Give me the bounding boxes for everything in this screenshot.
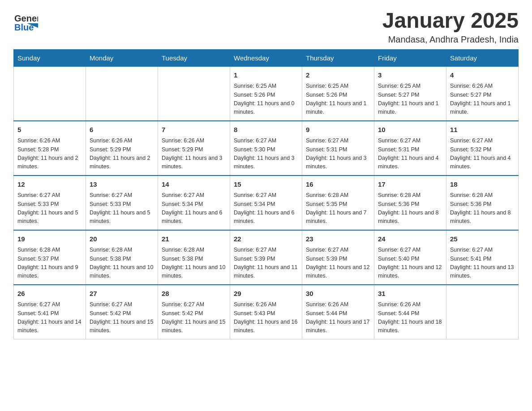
day-number: 19 bbox=[17, 234, 82, 244]
day-number: 3 bbox=[378, 70, 442, 81]
day-info: Sunrise: 6:26 AM Sunset: 5:44 PM Dayligh… bbox=[306, 300, 370, 335]
day-info: Sunrise: 6:27 AM Sunset: 5:31 PM Dayligh… bbox=[306, 137, 370, 171]
day-number: 16 bbox=[306, 180, 370, 190]
day-info: Sunrise: 6:27 AM Sunset: 5:32 PM Dayligh… bbox=[450, 137, 515, 171]
calendar-cell: 28Sunrise: 6:27 AM Sunset: 5:42 PM Dayli… bbox=[158, 285, 230, 339]
day-info: Sunrise: 6:27 AM Sunset: 5:41 PM Dayligh… bbox=[450, 246, 515, 281]
day-number: 28 bbox=[162, 289, 226, 299]
day-number: 23 bbox=[306, 234, 370, 244]
day-header-wednesday: Wednesday bbox=[230, 49, 302, 66]
day-info: Sunrise: 6:27 AM Sunset: 5:41 PM Dayligh… bbox=[17, 300, 82, 335]
day-info: Sunrise: 6:27 AM Sunset: 5:33 PM Dayligh… bbox=[17, 191, 82, 226]
day-info: Sunrise: 6:26 AM Sunset: 5:43 PM Dayligh… bbox=[234, 300, 298, 335]
day-info: Sunrise: 6:26 AM Sunset: 5:28 PM Dayligh… bbox=[17, 137, 82, 171]
calendar-cell: 15Sunrise: 6:27 AM Sunset: 5:34 PM Dayli… bbox=[230, 176, 302, 230]
day-info: Sunrise: 6:25 AM Sunset: 5:26 PM Dayligh… bbox=[306, 82, 370, 117]
day-number: 17 bbox=[378, 180, 442, 190]
calendar-cell: 23Sunrise: 6:27 AM Sunset: 5:39 PM Dayli… bbox=[302, 230, 374, 285]
header-row: SundayMondayTuesdayWednesdayThursdayFrid… bbox=[14, 49, 519, 66]
day-info: Sunrise: 6:26 AM Sunset: 5:29 PM Dayligh… bbox=[90, 137, 154, 171]
day-header-thursday: Thursday bbox=[302, 49, 374, 66]
calendar-cell: 31Sunrise: 6:26 AM Sunset: 5:44 PM Dayli… bbox=[374, 285, 446, 339]
day-number: 8 bbox=[234, 125, 298, 135]
day-info: Sunrise: 6:28 AM Sunset: 5:35 PM Dayligh… bbox=[306, 191, 370, 226]
calendar-cell: 18Sunrise: 6:28 AM Sunset: 5:36 PM Dayli… bbox=[446, 176, 519, 230]
day-number: 29 bbox=[234, 289, 298, 299]
day-header-friday: Friday bbox=[374, 49, 446, 66]
calendar-cell: 27Sunrise: 6:27 AM Sunset: 5:42 PM Dayli… bbox=[86, 285, 158, 339]
day-info: Sunrise: 6:28 AM Sunset: 5:38 PM Dayligh… bbox=[90, 246, 154, 281]
day-info: Sunrise: 6:25 AM Sunset: 5:27 PM Dayligh… bbox=[378, 82, 442, 117]
calendar-cell: 3Sunrise: 6:25 AM Sunset: 5:27 PM Daylig… bbox=[374, 66, 446, 121]
day-info: Sunrise: 6:27 AM Sunset: 5:42 PM Dayligh… bbox=[162, 300, 226, 335]
day-number: 10 bbox=[378, 125, 442, 135]
day-info: Sunrise: 6:27 AM Sunset: 5:31 PM Dayligh… bbox=[378, 137, 442, 171]
calendar-cell: 9Sunrise: 6:27 AM Sunset: 5:31 PM Daylig… bbox=[302, 121, 374, 176]
day-number: 5 bbox=[17, 125, 82, 135]
day-number: 30 bbox=[306, 289, 370, 299]
day-number: 11 bbox=[450, 125, 515, 135]
day-info: Sunrise: 6:26 AM Sunset: 5:29 PM Dayligh… bbox=[162, 137, 226, 171]
calendar-cell: 6Sunrise: 6:26 AM Sunset: 5:29 PM Daylig… bbox=[86, 121, 158, 176]
calendar-cell: 25Sunrise: 6:27 AM Sunset: 5:41 PM Dayli… bbox=[446, 230, 519, 285]
week-row-4: 19Sunrise: 6:28 AM Sunset: 5:37 PM Dayli… bbox=[14, 230, 519, 285]
day-number: 7 bbox=[162, 125, 226, 135]
calendar-cell: 21Sunrise: 6:28 AM Sunset: 5:38 PM Dayli… bbox=[158, 230, 230, 285]
day-header-saturday: Saturday bbox=[446, 49, 519, 66]
week-row-3: 12Sunrise: 6:27 AM Sunset: 5:33 PM Dayli… bbox=[14, 176, 519, 230]
day-number: 26 bbox=[17, 289, 82, 299]
calendar-cell: 20Sunrise: 6:28 AM Sunset: 5:38 PM Dayli… bbox=[86, 230, 158, 285]
day-info: Sunrise: 6:28 AM Sunset: 5:38 PM Dayligh… bbox=[162, 246, 226, 281]
day-info: Sunrise: 6:27 AM Sunset: 5:39 PM Dayligh… bbox=[234, 246, 298, 281]
calendar-cell: 8Sunrise: 6:27 AM Sunset: 5:30 PM Daylig… bbox=[230, 121, 302, 176]
day-number: 20 bbox=[90, 234, 154, 244]
day-number: 4 bbox=[450, 70, 515, 81]
calendar-cell: 1Sunrise: 6:25 AM Sunset: 5:26 PM Daylig… bbox=[230, 66, 302, 121]
day-number: 14 bbox=[162, 180, 226, 190]
day-number: 18 bbox=[450, 180, 515, 190]
day-info: Sunrise: 6:27 AM Sunset: 5:40 PM Dayligh… bbox=[378, 246, 442, 281]
day-info: Sunrise: 6:25 AM Sunset: 5:26 PM Dayligh… bbox=[234, 82, 298, 117]
day-info: Sunrise: 6:28 AM Sunset: 5:37 PM Dayligh… bbox=[17, 246, 82, 281]
calendar-cell bbox=[86, 66, 158, 121]
calendar-cell: 11Sunrise: 6:27 AM Sunset: 5:32 PM Dayli… bbox=[446, 121, 519, 176]
day-number: 22 bbox=[234, 234, 298, 244]
week-row-1: 1Sunrise: 6:25 AM Sunset: 5:26 PM Daylig… bbox=[14, 66, 519, 121]
day-info: Sunrise: 6:27 AM Sunset: 5:39 PM Dayligh… bbox=[306, 246, 370, 281]
calendar-cell: 24Sunrise: 6:27 AM Sunset: 5:40 PM Dayli… bbox=[374, 230, 446, 285]
day-number: 31 bbox=[378, 289, 442, 299]
day-number: 12 bbox=[17, 180, 82, 190]
day-number: 9 bbox=[306, 125, 370, 135]
day-number: 24 bbox=[378, 234, 442, 244]
logo: General Blue bbox=[13, 9, 38, 35]
logo-icon: General Blue bbox=[13, 9, 38, 34]
calendar-cell: 19Sunrise: 6:28 AM Sunset: 5:37 PM Dayli… bbox=[14, 230, 86, 285]
calendar-title: January 2025 bbox=[382, 9, 519, 33]
day-number: 6 bbox=[90, 125, 154, 135]
calendar-cell: 17Sunrise: 6:28 AM Sunset: 5:36 PM Dayli… bbox=[374, 176, 446, 230]
day-info: Sunrise: 6:26 AM Sunset: 5:27 PM Dayligh… bbox=[450, 82, 515, 117]
day-header-monday: Monday bbox=[86, 49, 158, 66]
calendar-cell bbox=[14, 66, 86, 121]
svg-text:General: General bbox=[14, 13, 38, 23]
day-number: 15 bbox=[234, 180, 298, 190]
calendar-cell: 12Sunrise: 6:27 AM Sunset: 5:33 PM Dayli… bbox=[14, 176, 86, 230]
day-number: 27 bbox=[90, 289, 154, 299]
calendar-cell: 10Sunrise: 6:27 AM Sunset: 5:31 PM Dayli… bbox=[374, 121, 446, 176]
day-info: Sunrise: 6:28 AM Sunset: 5:36 PM Dayligh… bbox=[378, 191, 442, 226]
calendar-cell: 7Sunrise: 6:26 AM Sunset: 5:29 PM Daylig… bbox=[158, 121, 230, 176]
week-row-2: 5Sunrise: 6:26 AM Sunset: 5:28 PM Daylig… bbox=[14, 121, 519, 176]
calendar-cell: 26Sunrise: 6:27 AM Sunset: 5:41 PM Dayli… bbox=[14, 285, 86, 339]
day-info: Sunrise: 6:27 AM Sunset: 5:30 PM Dayligh… bbox=[234, 137, 298, 171]
day-info: Sunrise: 6:27 AM Sunset: 5:33 PM Dayligh… bbox=[90, 191, 154, 226]
calendar-cell: 13Sunrise: 6:27 AM Sunset: 5:33 PM Dayli… bbox=[86, 176, 158, 230]
calendar-cell: 14Sunrise: 6:27 AM Sunset: 5:34 PM Dayli… bbox=[158, 176, 230, 230]
calendar-cell: 2Sunrise: 6:25 AM Sunset: 5:26 PM Daylig… bbox=[302, 66, 374, 121]
week-row-5: 26Sunrise: 6:27 AM Sunset: 5:41 PM Dayli… bbox=[14, 285, 519, 339]
calendar-cell: 4Sunrise: 6:26 AM Sunset: 5:27 PM Daylig… bbox=[446, 66, 519, 121]
svg-text:Blue: Blue bbox=[14, 22, 34, 32]
calendar-cell: 16Sunrise: 6:28 AM Sunset: 5:35 PM Dayli… bbox=[302, 176, 374, 230]
day-info: Sunrise: 6:27 AM Sunset: 5:34 PM Dayligh… bbox=[162, 191, 226, 226]
day-number: 1 bbox=[234, 70, 298, 81]
day-info: Sunrise: 6:28 AM Sunset: 5:36 PM Dayligh… bbox=[450, 191, 515, 226]
